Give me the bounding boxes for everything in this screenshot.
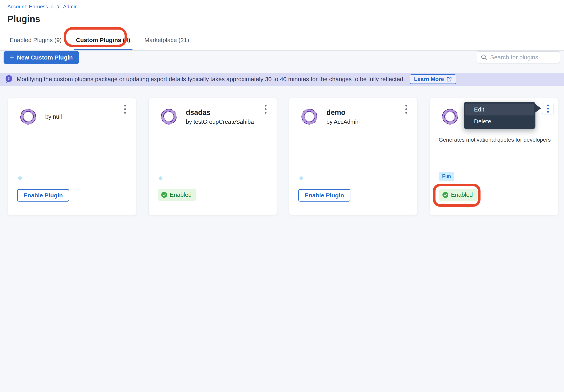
search-input[interactable] bbox=[490, 54, 564, 61]
enable-plugin-button[interactable]: Enable Plugin bbox=[17, 189, 69, 202]
kebab-menu-button[interactable] bbox=[123, 104, 127, 115]
plugin-description: Generates motivational quotes for develo… bbox=[439, 136, 551, 144]
kebab-menu-button-active[interactable] bbox=[542, 103, 554, 114]
external-link-icon bbox=[446, 76, 452, 82]
plugins-page: Account: Harness.io Admin Plugins Enable… bbox=[0, 0, 564, 392]
tab-custom-plugins[interactable]: Custom Plugins (4) bbox=[74, 30, 133, 50]
plugin-title: demo bbox=[326, 108, 360, 117]
plugin-logo-icon bbox=[441, 108, 459, 126]
tag-dot bbox=[300, 176, 303, 180]
plugin-card-dsadas: dsadas by testGroupCreateSahiba Enabled bbox=[149, 98, 277, 215]
plugin-card-demo: demo by AccAdmin Enable Plugin bbox=[289, 98, 417, 215]
breadcrumb-account-link[interactable]: Account: Harness.io bbox=[7, 4, 54, 10]
plugin-card-grid: by null Enable Plugin dsadas by testGrou… bbox=[8, 98, 558, 215]
breadcrumb-chevron-icon bbox=[56, 5, 60, 9]
tab-marketplace[interactable]: Marketplace (21) bbox=[142, 30, 191, 50]
plugin-author: by AccAdmin bbox=[326, 119, 360, 125]
plus-icon: + bbox=[10, 53, 14, 61]
context-menu-edit[interactable]: Edit bbox=[465, 104, 534, 115]
header-divider bbox=[0, 50, 564, 51]
new-custom-plugin-button[interactable]: + New Custom Plugin bbox=[4, 51, 79, 64]
breadcrumb: Account: Harness.io Admin bbox=[7, 4, 78, 10]
enabled-status-badge: Enabled bbox=[439, 189, 478, 201]
tab-bar: Enabled Plugins (9) Custom Plugins (4) M… bbox=[7, 30, 191, 50]
card-head: dsadas by testGroupCreateSahiba bbox=[160, 108, 254, 126]
kebab-menu-button[interactable] bbox=[404, 104, 408, 115]
breadcrumb-admin-link[interactable]: Admin bbox=[63, 4, 78, 10]
context-menu-delete[interactable]: Delete bbox=[465, 115, 534, 127]
search-icon bbox=[481, 54, 487, 61]
banner-message: Modifying the custom plugins package or … bbox=[17, 76, 405, 83]
plugin-logo-icon bbox=[19, 108, 37, 126]
tab-enabled-plugins-label: Enabled Plugins (9) bbox=[10, 37, 62, 43]
new-custom-plugin-label: New Custom Plugin bbox=[17, 54, 73, 61]
tag-dot bbox=[18, 176, 22, 180]
enabled-status-label: Enabled bbox=[170, 191, 192, 198]
check-circle-icon bbox=[442, 192, 449, 198]
plugin-card-null: by null Enable Plugin bbox=[8, 98, 136, 215]
plugin-title: dsadas bbox=[186, 108, 254, 117]
card-head bbox=[441, 108, 459, 126]
plugin-author: by testGroupCreateSahiba bbox=[186, 119, 254, 125]
tab-custom-plugins-label: Custom Plugins (4) bbox=[76, 37, 130, 43]
search-box bbox=[477, 51, 560, 63]
kebab-menu-button[interactable] bbox=[263, 104, 268, 115]
active-tab-underline bbox=[74, 49, 133, 50]
fun-tag: Fun bbox=[439, 172, 454, 181]
enabled-status-badge: Enabled bbox=[158, 189, 196, 201]
info-icon bbox=[5, 75, 13, 84]
enabled-status-label: Enabled bbox=[451, 191, 473, 198]
learn-more-label: Learn More bbox=[414, 76, 444, 82]
tag-dot bbox=[159, 176, 162, 180]
context-menu: Edit Delete bbox=[464, 102, 536, 129]
check-circle-icon bbox=[161, 192, 167, 198]
card-head: by null bbox=[19, 108, 62, 126]
plugin-logo-icon bbox=[300, 108, 318, 126]
card-head: demo by AccAdmin bbox=[300, 108, 360, 126]
enable-plugin-button[interactable]: Enable Plugin bbox=[298, 189, 350, 202]
tab-enabled-plugins[interactable]: Enabled Plugins (9) bbox=[7, 30, 64, 50]
context-menu-arrow bbox=[535, 104, 541, 113]
tab-marketplace-label: Marketplace (21) bbox=[144, 37, 189, 43]
plugin-author: by null bbox=[45, 113, 62, 120]
plugin-card-motivational: Generates motivational quotes for develo… bbox=[430, 98, 558, 215]
plugin-logo-icon bbox=[160, 108, 178, 126]
learn-more-button[interactable]: Learn More bbox=[410, 74, 456, 84]
info-banner: Modifying the custom plugins package or … bbox=[0, 73, 564, 86]
page-title: Plugins bbox=[7, 14, 40, 24]
